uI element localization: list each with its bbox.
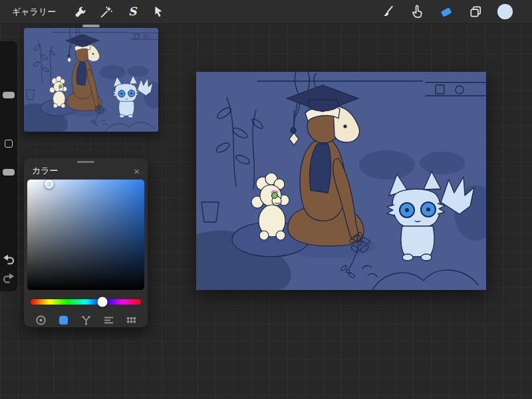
color-panel-title: カラー	[32, 165, 59, 177]
color-mode-tabs	[34, 313, 138, 327]
color-button[interactable]	[496, 3, 513, 21]
smudge-button[interactable]	[408, 3, 426, 21]
reference-thumbnail	[24, 28, 158, 132]
brush-size-slider[interactable]	[0, 41, 17, 134]
layers-icon	[468, 4, 483, 19]
actions-button[interactable]	[72, 3, 89, 21]
color-mode-palettes[interactable]	[124, 313, 138, 327]
artwork-illustration	[196, 72, 486, 290]
smudge-finger-icon	[410, 4, 425, 19]
main-canvas[interactable]	[196, 72, 486, 290]
reference-panel[interactable]	[24, 28, 158, 132]
gallery-button[interactable]: ギャラリー	[12, 6, 56, 18]
harmony-icon	[80, 315, 92, 326]
opacity-slider[interactable]	[0, 148, 17, 241]
hue-slider-handle[interactable]	[97, 297, 107, 307]
top-toolbar: ギャラリー S	[0, 0, 532, 24]
color-mode-disc[interactable]	[34, 313, 47, 327]
eraser-icon	[438, 4, 454, 20]
color-mode-harmony[interactable]	[79, 313, 92, 327]
edit-tools-group: S	[72, 3, 167, 21]
value-icon	[103, 315, 114, 326]
transform-arrow-icon	[151, 5, 166, 19]
color-mode-classic[interactable]	[57, 313, 70, 327]
color-panel-close-button[interactable]: ×	[134, 166, 140, 176]
selection-button[interactable]: S	[124, 3, 141, 21]
redo-button[interactable]	[1, 271, 16, 286]
color-mode-value[interactable]	[102, 313, 115, 327]
color-panel: カラー ×	[24, 158, 148, 327]
undo-icon	[2, 253, 15, 266]
selection-s-icon: S	[128, 6, 136, 17]
redo-icon	[2, 271, 15, 285]
magic-wand-icon	[99, 5, 114, 19]
modify-button[interactable]	[5, 140, 13, 148]
transform-button[interactable]	[150, 3, 167, 21]
color-picker-indicator[interactable]	[45, 180, 54, 188]
paint-button[interactable]	[379, 3, 396, 21]
classic-icon	[58, 315, 69, 326]
procreate-workspace: ギャラリー S	[0, 0, 532, 399]
disc-icon	[35, 315, 47, 326]
reference-drag-handle[interactable]	[82, 25, 100, 27]
hue-slider[interactable]	[31, 299, 141, 305]
eraser-button[interactable]	[438, 3, 455, 21]
color-picker-square[interactable]	[27, 180, 144, 290]
color-panel-header: カラー ×	[24, 164, 148, 178]
adjustments-button[interactable]	[98, 3, 115, 21]
palettes-icon	[126, 315, 137, 326]
brush-size-handle[interactable]	[3, 92, 15, 98]
active-color-swatch	[497, 4, 513, 19]
undo-button[interactable]	[1, 253, 16, 267]
brush-icon	[380, 4, 396, 19]
wrench-icon	[73, 5, 88, 19]
reference-artwork	[24, 28, 158, 132]
color-panel-drag-handle[interactable]	[77, 161, 94, 163]
opacity-handle[interactable]	[3, 169, 15, 176]
paint-tools-group	[379, 3, 513, 21]
side-toolbar	[0, 41, 17, 291]
layers-button[interactable]	[467, 3, 484, 21]
